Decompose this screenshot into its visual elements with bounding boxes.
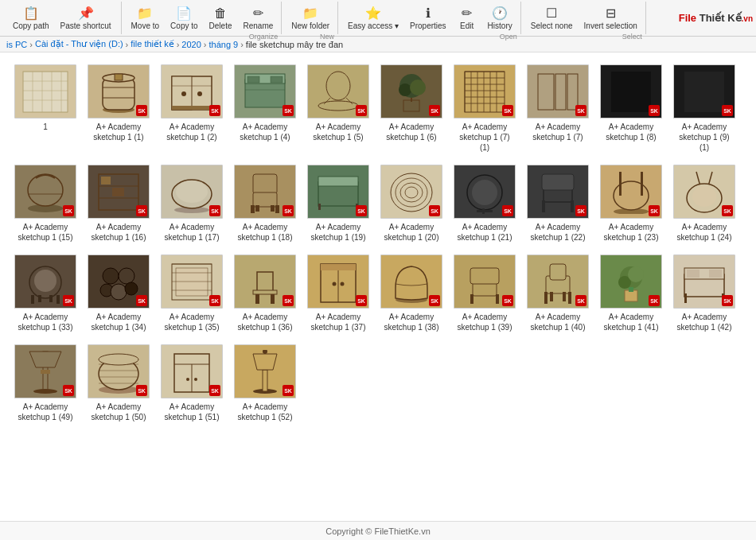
properties-button[interactable]: ℹ Properties [405,3,451,33]
new-folder-button[interactable]: 📁 New folder [286,3,334,33]
file-item-1[interactable]: 1 [11,60,80,156]
file-thumb-img-14: SK [234,165,296,219]
file-label-1: 1 [43,122,48,132]
file-item-12[interactable]: SKA+ Academy sketchup 1 (16) [84,161,153,246]
file-item-28[interactable]: SKA+ Academy sketchup 1 (40) [524,251,592,336]
file-item-11[interactable]: SKA+ Academy sketchup 1 (15) [11,161,80,246]
svg-rect-130 [625,290,637,301]
breadcrumb-pc[interactable]: is PC [6,40,27,49]
svg-rect-13 [115,74,123,80]
file-item-6[interactable]: SKA+ Academy sketchup 1 (6) [377,60,446,156]
file-thumb-img-6: SK [380,64,442,118]
file-thumb-24: SK [233,254,297,309]
file-item-14[interactable]: SKA+ Academy sketchup 1 (18) [231,161,299,246]
copy-path-button[interactable]: 📋 Copy path [8,3,54,33]
history-button[interactable]: 🕐 History [483,3,517,33]
file-item-23[interactable]: SKA+ Academy sketchup 1 (35) [158,251,226,336]
file-item-7[interactable]: SKA+ Academy sketchup 1 (7) (1) [450,60,519,156]
file-item-26[interactable]: SKA+ Academy sketchup 1 (38) [377,251,446,336]
svg-point-62 [176,181,208,203]
file-item-24[interactable]: SKA+ Academy sketchup 1 (36) [231,251,299,336]
file-item-16[interactable]: SKA+ Academy sketchup 1 (20) [377,161,446,246]
easy-access-icon: ⭐ [365,6,381,21]
breadcrumb-year[interactable]: 2020 [181,40,201,49]
svg-point-103 [125,282,138,295]
file-item-33[interactable]: SKA+ Academy sketchup 1 (51) [158,340,226,425]
svg-point-133 [628,266,644,282]
file-item-30[interactable]: SKA+ Academy sketchup 1 (42) [670,251,738,336]
breadcrumb-month[interactable]: tháng 9 [208,40,238,49]
file-item-4[interactable]: SKA+ Academy sketchup 1 (4) [231,60,299,156]
file-item-5[interactable]: SKA+ Academy sketchup 1 (5) [304,60,372,156]
file-item-9[interactable]: SKA+ Academy sketchup 1 (8) [597,60,665,156]
sketchup-badge-16: SK [429,205,440,216]
svg-point-53 [28,174,63,206]
file-item-19[interactable]: SKA+ Academy sketchup 1 (23) [597,161,665,246]
svg-rect-112 [255,294,259,304]
svg-rect-68 [271,205,275,212]
copyright-bar: Copyright © FileThietKe.vn [0,521,756,540]
svg-rect-64 [253,192,277,207]
rename-icon: ✏ [253,6,263,21]
sketchup-badge-14: SK [283,205,294,216]
copy-to-label: Copy to [170,21,197,30]
svg-marker-142 [29,352,61,367]
open-label: Open [500,33,517,41]
sketchup-badge-9: SK [649,105,660,116]
file-thumb-img-27: SK [454,254,516,309]
file-item-15[interactable]: SKA+ Academy sketchup 1 (19) [304,161,372,246]
sketchup-badge-29: SK [649,295,660,306]
toolbar-group-open-wrapper: ⭐ Easy access ▾ ℹ Properties ✏ Edit 🕐 Hi… [340,2,521,34]
rename-label: Rename [243,21,273,30]
breadcrumb-library[interactable]: Cài đặt - Thư viện (D:) [35,39,123,49]
delete-button[interactable]: 🗑 Delete [205,4,237,33]
svg-rect-96 [57,295,60,304]
file-thumb-21: SK [14,254,77,309]
paste-shortcut-button[interactable]: 📌 Paste shortcut [56,3,116,33]
file-thumb-img-20: SK [673,165,735,219]
file-item-13[interactable]: SKA+ Academy sketchup 1 (17) [158,161,226,246]
sketchup-badge-13: SK [209,205,220,216]
file-item-25[interactable]: SKA+ Academy sketchup 1 (37) [304,251,372,336]
file-item-8[interactable]: SKA+ Academy sketchup 1 (7) [524,60,592,156]
copy-icon: 📋 [23,6,39,21]
copy-to-button[interactable]: 📄 Copy to [166,3,202,33]
file-label-13: A+ Academy sketchup 1 (17) [161,222,223,243]
file-item-31[interactable]: SKA+ Academy sketchup 1 (49) [11,340,80,425]
file-thumb-img-11: SK [14,165,76,219]
svg-point-117 [341,282,345,286]
file-area[interactable]: 1SKA+ Academy sketchup 1 (1)SKA+ Academy… [0,52,756,521]
file-item-10[interactable]: SKA+ Academy sketchup 1 (9) (1) [670,60,738,156]
select-label: Select [622,33,642,41]
copy-path-label: Copy path [13,21,49,30]
file-item-29[interactable]: SKA+ Academy sketchup 1 (41) [597,251,665,336]
file-item-3[interactable]: SKA+ Academy sketchup 1 (2) [158,60,226,156]
file-item-34[interactable]: SKA+ Academy sketchup 1 (52) [231,340,299,425]
file-thumb-32: SK [87,344,150,399]
rename-button[interactable]: ✏ Rename [238,3,278,33]
breadcrumb-files[interactable]: file thiết kế [131,39,173,49]
file-item-27[interactable]: SKA+ Academy sketchup 1 (39) [450,251,519,336]
file-thumb-13: SK [160,164,224,219]
file-item-17[interactable]: SKA+ Academy sketchup 1 (21) [450,161,519,246]
file-item-32[interactable]: SKA+ Academy sketchup 1 (50) [84,340,153,425]
easy-access-button[interactable]: ⭐ Easy access ▾ [343,3,403,33]
sketchup-badge-28: SK [575,295,586,306]
invert-selection-button[interactable]: ⊟ Invert selection [579,3,642,33]
select-none-button[interactable]: ☐ Select none [526,3,578,33]
sketchup-badge-10: SK [722,105,733,116]
breadcrumb: is PC › Cài đặt - Thư viện (D:) › file t… [0,37,756,52]
file-item-18[interactable]: SKA+ Academy sketchup 1 (22) [524,161,592,246]
file-thumb-30: SK [672,254,736,309]
file-item-2[interactable]: SKA+ Academy sketchup 1 (1) [84,60,153,156]
svg-point-94 [34,270,57,292]
svg-rect-80 [477,210,493,212]
file-thumb-img-16: SK [380,165,442,219]
file-item-20[interactable]: SKA+ Academy sketchup 1 (24) [670,161,738,246]
edit-button[interactable]: ✏ Edit [453,3,481,33]
move-to-button[interactable]: 📁 Move to [127,3,165,33]
file-item-22[interactable]: SKA+ Academy sketchup 1 (34) [84,251,153,336]
svg-point-26 [326,72,350,100]
file-item-21[interactable]: SKA+ Academy sketchup 1 (33) [11,251,80,336]
file-thumb-22: SK [87,254,150,309]
